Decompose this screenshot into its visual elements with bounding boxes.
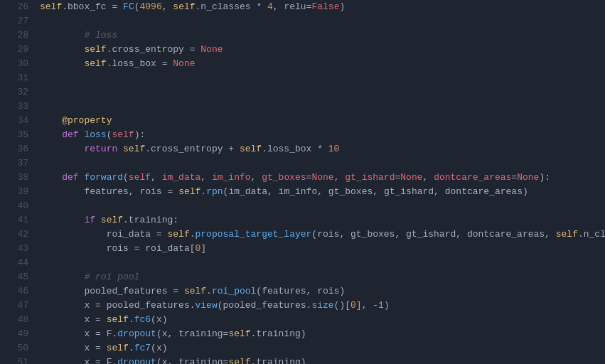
code-line-36: 36 return self.cross_entropy + self.loss… xyxy=(0,142,605,156)
code-line-40: 40 xyxy=(0,199,605,213)
code-editor: 26 self.bbox_fc = FC(4096, self.n_classe… xyxy=(0,0,605,364)
code-content: self.bbox_fc = FC(4096, self.n_classes *… xyxy=(40,0,345,14)
line-number: 31 xyxy=(6,71,28,85)
code-content: x = F.dropout(x, training=self.training) xyxy=(40,327,306,341)
code-content: pooled_features = self.roi_pool(features… xyxy=(40,284,345,299)
code-content: rois = roi_data[0] xyxy=(40,242,206,256)
code-line-38: 38 def forward(self, im_data, im_info, g… xyxy=(0,171,605,185)
line-number: 47 xyxy=(6,299,28,313)
line-number: 49 xyxy=(6,327,28,341)
code-line-27: 27 xyxy=(0,14,605,28)
code-line-35: 35 def loss(self): xyxy=(0,128,605,142)
line-number: 29 xyxy=(6,43,28,57)
code-line-31: 31 xyxy=(0,71,605,85)
line-number: 35 xyxy=(6,128,28,142)
line-number: 37 xyxy=(6,156,28,171)
line-number: 39 xyxy=(6,185,28,199)
code-line-48: 48 x = self.fc6(x) xyxy=(0,313,605,327)
code-content: self.cross_entropy = None xyxy=(40,43,223,57)
line-number: 43 xyxy=(6,242,28,256)
code-content: features, rois = self.rpn(im_data, im_in… xyxy=(40,185,528,199)
line-number: 36 xyxy=(6,142,28,156)
code-line-32: 32 xyxy=(0,85,605,100)
code-line-50: 50 x = self.fc7(x) xyxy=(0,341,605,355)
code-line-37: 37 xyxy=(0,156,605,171)
code-content: def forward(self, im_data, im_info, gt_b… xyxy=(40,171,550,185)
code-line-39: 39 features, rois = self.rpn(im_data, im… xyxy=(0,185,605,199)
code-line-41: 41 if self.training: xyxy=(0,213,605,228)
line-number: 33 xyxy=(6,100,28,114)
line-number: 46 xyxy=(6,284,28,299)
code-line-34: 34 @property xyxy=(0,114,605,128)
code-line-29: 29 self.cross_entropy = None xyxy=(0,43,605,57)
code-content: x = pooled_features.view(pooled_features… xyxy=(40,299,390,313)
line-number: 44 xyxy=(6,256,28,270)
code-line-42: 42 roi_data = self.proposal_target_layer… xyxy=(0,228,605,242)
code-line-30: 30 self.loss_box = None xyxy=(0,57,605,71)
line-number: 48 xyxy=(6,313,28,327)
code-line-46: 46 pooled_features = self.roi_pool(featu… xyxy=(0,284,605,299)
line-number: 32 xyxy=(6,85,28,100)
code-line-44: 44 xyxy=(0,256,605,270)
code-line-49: 49 x = F.dropout(x, training=self.traini… xyxy=(0,327,605,341)
code-line-28: 28 # loss xyxy=(0,28,605,43)
line-number: 30 xyxy=(6,57,28,71)
line-number: 40 xyxy=(6,199,28,213)
line-number: 50 xyxy=(6,341,28,355)
line-number: 34 xyxy=(6,114,28,128)
line-number: 41 xyxy=(6,213,28,228)
code-content: return self.cross_entropy + self.loss_bo… xyxy=(40,142,339,156)
line-number: 27 xyxy=(6,14,28,28)
code-content: def loss(self): xyxy=(40,128,145,142)
code-content: if self.training: xyxy=(40,213,178,228)
code-line-51: 51 x = F.dropout(x, training=self.traini… xyxy=(0,355,605,364)
line-number: 42 xyxy=(6,228,28,242)
line-number: 45 xyxy=(6,270,28,284)
code-content: @property xyxy=(40,114,112,128)
line-number: 38 xyxy=(6,171,28,185)
code-content: self.loss_box = None xyxy=(40,57,196,71)
line-number: 26 xyxy=(6,0,28,14)
line-number: 28 xyxy=(6,28,28,43)
code-content: x = self.fc6(x) xyxy=(40,313,168,327)
code-content: x = F.dropout(x, training=self.training) xyxy=(40,355,306,364)
code-content: roi_data = self.proposal_target_layer(ro… xyxy=(40,228,605,242)
code-content: x = self.fc7(x) xyxy=(40,341,168,355)
code-line-47: 47 x = pooled_features.view(pooled_featu… xyxy=(0,299,605,313)
code-line-33: 33 xyxy=(0,100,605,114)
code-line-43: 43 rois = roi_data[0] xyxy=(0,242,605,256)
code-line-45: 45 # roi pool xyxy=(0,270,605,284)
code-content: # roi pool xyxy=(40,270,139,284)
code-line-26: 26 self.bbox_fc = FC(4096, self.n_classe… xyxy=(0,0,605,14)
code-content: # loss xyxy=(40,28,117,43)
line-number: 51 xyxy=(6,355,28,364)
